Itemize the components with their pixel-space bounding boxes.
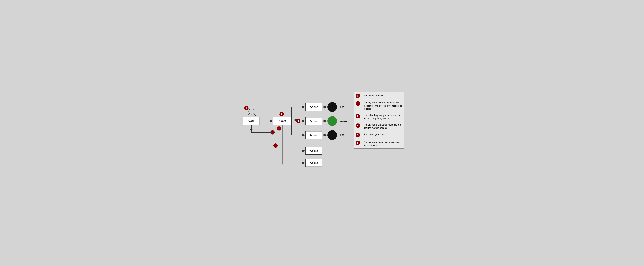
badge-2-text: 2 xyxy=(281,113,282,115)
user-label: User xyxy=(248,119,254,122)
main-container: User 1 Agent 2 4 6 xyxy=(235,87,409,179)
legend-num-4: 4 xyxy=(354,122,362,131)
agent2-label: Agent xyxy=(310,119,318,123)
legend-badge-3: 3 xyxy=(356,114,360,118)
agent3-label: Agent xyxy=(310,133,318,137)
diagram-left: User 1 Agent 2 4 6 xyxy=(240,92,349,174)
legend-text-1: User issues a query xyxy=(362,92,404,100)
legend-num-2: 2 xyxy=(354,100,362,112)
legend-row: 2Primary agent generates hypothesis, pro… xyxy=(354,100,404,112)
llm3-label: LLM xyxy=(338,133,344,137)
legend-num-1: 1 xyxy=(354,92,362,100)
legend-table: 1User issues a query2Primary agent gener… xyxy=(354,92,404,149)
legend-text-4: Primary agent evaluates response and dec… xyxy=(362,122,404,131)
legend-row: 3Specialized agents gather information a… xyxy=(354,112,404,122)
user-icon-head xyxy=(248,109,254,114)
legend-num-6: 6 xyxy=(354,139,362,148)
primary-agent-label: Agent xyxy=(278,119,286,122)
legend-text-2: Primary agent generates hypothesis, proc… xyxy=(362,100,404,112)
badge-1-text: 1 xyxy=(246,107,247,109)
legend-num-5: 5 xyxy=(354,131,362,139)
legend-text-5: Additional agents work xyxy=(362,131,404,139)
legend-badge-2: 2 xyxy=(356,101,360,106)
legend-row: 1User issues a query xyxy=(354,92,404,100)
badge-4-text: 4 xyxy=(278,127,280,130)
badge-5-text: 5 xyxy=(275,144,276,147)
legend-row: 6Primary agent forms final answer and se… xyxy=(354,139,404,148)
legend-badge-1: 1 xyxy=(356,94,360,98)
legend-num-3: 3 xyxy=(354,112,362,122)
legend-row: 4Primary agent evaluates response and de… xyxy=(354,122,404,131)
legend-badge-5: 5 xyxy=(356,133,360,137)
llm1-label: LLM xyxy=(338,105,344,109)
legend-row: 5Additional agents work xyxy=(354,131,404,139)
llm2-circle xyxy=(327,116,337,126)
agent4-label: Agent xyxy=(310,149,318,152)
legend-text-3: Specialized agents gather information an… xyxy=(362,112,404,122)
legend-badge-6: 6 xyxy=(356,141,360,145)
legend-text-6: Primary agent forms final answer and sen… xyxy=(362,139,404,148)
agent1-label: Agent xyxy=(310,105,318,109)
llm3-circle xyxy=(327,130,337,140)
legend-badge-4: 4 xyxy=(356,123,360,128)
agent5-label: Agent xyxy=(310,161,318,164)
llm1-circle xyxy=(327,102,337,112)
llm2-label: Lookup xyxy=(338,119,348,123)
